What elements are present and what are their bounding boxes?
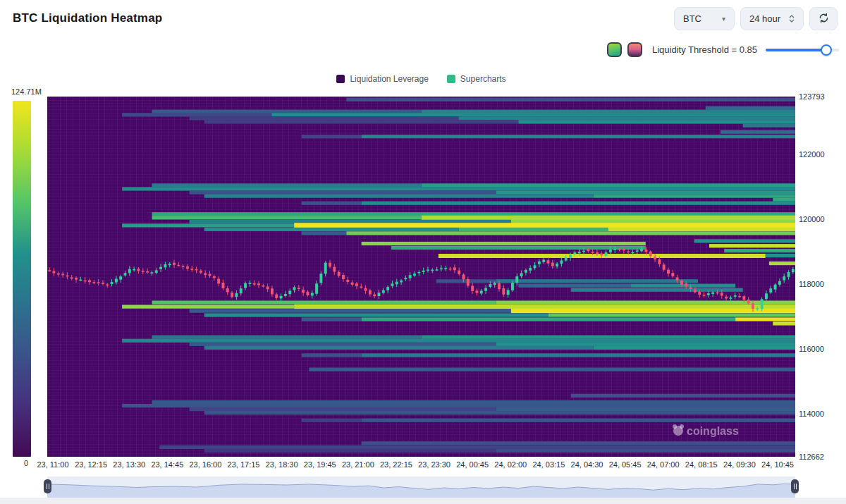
timeframe-select[interactable]: 24 hour bbox=[740, 7, 804, 30]
colorbar-max-label: 124.71M bbox=[11, 87, 42, 96]
time-axis-label: 23, 12:15 bbox=[75, 460, 107, 469]
colormap-pink-swatch[interactable] bbox=[627, 42, 642, 57]
navigator-right-handle[interactable] bbox=[791, 479, 799, 493]
price-axis-label: 120000 bbox=[799, 215, 825, 223]
price-axis-label: 122000 bbox=[799, 150, 825, 159]
time-axis-label: 23, 16:00 bbox=[189, 460, 221, 469]
bottom-strip bbox=[0, 498, 846, 504]
time-axis-label: 23, 19:45 bbox=[304, 460, 336, 469]
price-axis-label: 116000 bbox=[799, 345, 824, 353]
time-axis-label: 24, 05:45 bbox=[609, 460, 642, 469]
colormap-green-swatch[interactable] bbox=[607, 42, 622, 57]
time-axis-label: 23, 14:45 bbox=[151, 460, 183, 469]
legend-label: Liquidation Leverage bbox=[350, 74, 428, 84]
legend-label: Supercharts bbox=[460, 74, 506, 84]
time-axis-label: 24, 09:30 bbox=[723, 460, 756, 469]
time-axis-label: 24, 00:45 bbox=[456, 460, 489, 469]
time-axis-label: 24, 10:45 bbox=[761, 460, 794, 469]
time-axis-label: 24, 08:15 bbox=[685, 460, 718, 469]
time-axis-label: 24, 04:30 bbox=[571, 460, 603, 469]
time-axis-label: 24, 07:00 bbox=[647, 460, 680, 469]
time-axis-label: 23, 21:00 bbox=[342, 460, 374, 469]
time-axis-label: 23, 17:15 bbox=[228, 460, 260, 469]
price-axis: 1237931220001200001180001160001140001126… bbox=[799, 0, 844, 504]
time-axis-label: 24, 02:00 bbox=[494, 460, 527, 469]
page-title: BTC Liquidation Heatmap bbox=[13, 11, 162, 25]
symbol-select[interactable]: BTC ▾ bbox=[674, 7, 735, 30]
time-axis-label: 23, 13:30 bbox=[113, 460, 145, 469]
threshold-label: Liquidity Threshold = 0.85 bbox=[652, 44, 757, 55]
colorbar-gradient bbox=[13, 101, 31, 457]
price-axis-label: 118000 bbox=[799, 280, 824, 288]
time-axis-label: 23, 18:30 bbox=[266, 460, 298, 469]
chart-legend: Liquidation LeverageSupercharts bbox=[47, 74, 795, 84]
time-axis-label: 23, 22:15 bbox=[380, 460, 412, 469]
range-navigator[interactable] bbox=[47, 477, 795, 498]
time-axis-label: 23, 23:30 bbox=[418, 460, 450, 469]
symbol-select-value: BTC bbox=[683, 13, 701, 24]
time-axis: 23, 11:0023, 12:1523, 13:3023, 14:4523, … bbox=[0, 460, 846, 472]
legend-marker bbox=[336, 75, 345, 83]
navigator-left-handle[interactable] bbox=[44, 479, 51, 493]
time-axis-label: 24, 03:15 bbox=[532, 460, 565, 469]
price-axis-label: 114000 bbox=[799, 410, 824, 418]
spinner-arrows-icon bbox=[789, 15, 795, 23]
liquidation-heatmap-page: BTC Liquidation Heatmap BTC ▾ 24 hour Li… bbox=[0, 0, 846, 504]
chevron-down-icon: ▾ bbox=[722, 15, 725, 23]
price-axis-label: 123793 bbox=[799, 92, 825, 101]
liquidation-heatmap-chart[interactable] bbox=[47, 97, 795, 457]
legend-marker bbox=[447, 75, 455, 83]
legend-item-0[interactable]: Liquidation Leverage bbox=[336, 74, 428, 84]
time-axis-label: 23, 11:00 bbox=[37, 460, 68, 469]
timeframe-select-value: 24 hour bbox=[749, 13, 780, 24]
legend-item-1[interactable]: Supercharts bbox=[447, 74, 506, 84]
